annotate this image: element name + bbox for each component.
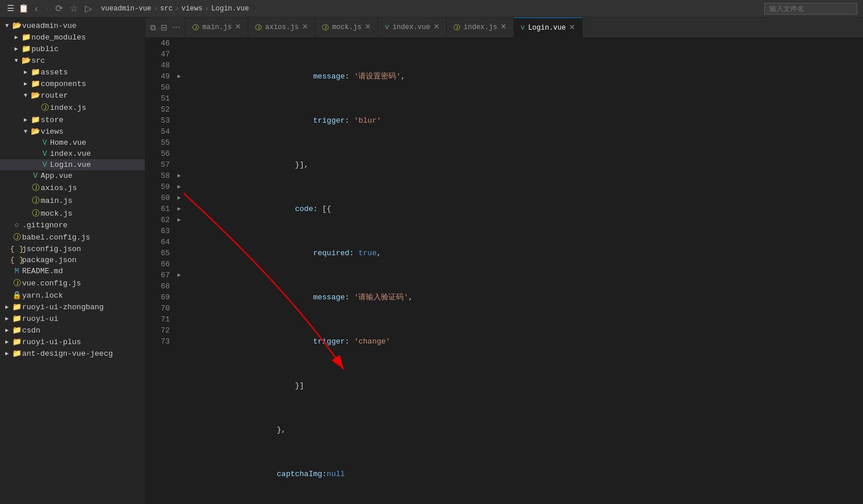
tab-main-js[interactable]: Ⓙ main.js × [186, 17, 248, 37]
main-layout: ▼ 📂 vueadmin-vue ▶ 📁 node_modules ▶ 📁 pu… [0, 17, 863, 504]
sidebar-item-app-vue[interactable]: V App.vue [0, 170, 145, 181]
nav-back-button[interactable]: ‹ [33, 2, 40, 15]
tab-label: index.js [463, 23, 497, 31]
arrow-icon: ▶ [12, 34, 21, 41]
code-editor[interactable]: 46 47 48 49 50 51 52 53 54 55 56 57 58 5… [145, 38, 863, 504]
sidebar-item-label: index.vue [50, 149, 91, 158]
layout-button[interactable]: ⊟ [159, 22, 169, 33]
breadcrumb-sep3: › [205, 5, 209, 13]
tab-close-icon[interactable]: × [501, 23, 507, 32]
folder-icon: 📁 [12, 337, 22, 346]
tab-label: index.vue [393, 23, 430, 31]
breadcrumb-file[interactable]: Login.vue [211, 5, 249, 13]
nav-forward-button[interactable]: › [42, 2, 50, 15]
sidebar-item-gitignore[interactable]: ○ .gitignore [0, 220, 145, 231]
sidebar-item-package-json[interactable]: { } package.json [0, 255, 145, 266]
sidebar-item-ruoyi-zhongbang[interactable]: ▶ 📁 ruoyi-ui-zhongbang [0, 301, 145, 313]
sidebar-item-public[interactable]: ▶ 📁 public [0, 43, 145, 55]
sidebar-item-label: App.vue [41, 171, 73, 180]
sidebar-item-babel-config[interactable]: Ⓙ babel.config.js [0, 231, 145, 244]
sidebar-item-label: ruoyi-ui [22, 314, 58, 323]
sidebar-item-label: node_modules [31, 33, 86, 42]
code-line-50: required: true, [186, 248, 854, 259]
sidebar-item-router-index[interactable]: Ⓙ index.js [0, 101, 145, 114]
sidebar-item-store[interactable]: ▶ 📁 store [0, 114, 145, 126]
js-file-icon: Ⓙ [30, 195, 41, 206]
more-button[interactable]: ⋯ [171, 22, 181, 33]
sidebar-item-login-vue[interactable]: V Login.vue [0, 159, 145, 170]
code-line-46: message: '请设置密码', [186, 71, 854, 82]
arrow-icon: ▶ [2, 327, 12, 334]
sidebar-item-yarn-lock[interactable]: 🔒 yarn.lock [0, 289, 145, 301]
sidebar-item-ant-design[interactable]: ▶ 📁 ant-design-vue-jeecg [0, 348, 145, 359]
folder-icon: 📁 [12, 349, 22, 358]
titlebar-search [764, 3, 857, 15]
menu-icon[interactable]: ☰ [6, 4, 15, 13]
tab-index-js[interactable]: Ⓙ index.js × [447, 17, 513, 37]
tab-close-icon[interactable]: × [365, 23, 371, 32]
sidebar-item-label: components [41, 80, 86, 88]
file-search-input[interactable] [764, 3, 857, 15]
sidebar-item-axios-js[interactable]: Ⓙ axios.js [0, 181, 145, 194]
code-line-52: trigger: 'change' [186, 336, 854, 347]
breadcrumb-views[interactable]: views [181, 5, 202, 13]
folder-open-icon: 📂 [30, 127, 41, 136]
folder-icon: 📁 [21, 44, 31, 53]
sidebar-item-label: yarn.lock [22, 291, 63, 300]
sidebar-item-readme[interactable]: M README.md [0, 266, 145, 277]
arrow-icon: ▼ [12, 58, 21, 64]
sidebar-item-node-modules[interactable]: ▶ 📁 node_modules [0, 31, 145, 43]
sidebar-item-label: router [41, 91, 68, 100]
sidebar-item-main-js[interactable]: Ⓙ main.js [0, 194, 145, 207]
tab-login-vue[interactable]: V Login.vue × [514, 17, 583, 37]
sidebar-item-src[interactable]: ▼ 📂 src [0, 55, 145, 66]
sidebar-item-mock-js[interactable]: Ⓙ mock.js [0, 207, 145, 220]
tab-axios-js[interactable]: Ⓙ axios.js × [248, 17, 315, 37]
sidebar-item-ruoyi-ui[interactable]: ▶ 📁 ruoyi-ui [0, 313, 145, 324]
sidebar-item-jsconfig-json[interactable]: { } jsconfig.json [0, 244, 145, 255]
tab-label: main.js [202, 23, 231, 31]
split-editor-button[interactable]: ⧉ [149, 22, 157, 34]
tab-mock-js[interactable]: Ⓙ mock.js × [315, 17, 378, 37]
js-tab-icon: Ⓙ [322, 23, 329, 32]
sidebar-item-index-vue[interactable]: V index.vue [0, 148, 145, 159]
tab-close-icon[interactable]: × [302, 23, 308, 32]
arrow-icon: ▼ [2, 23, 12, 29]
file-icon[interactable]: 📋 [19, 4, 28, 13]
vue-file-icon: V [40, 149, 50, 158]
folder-open-icon: 📂 [21, 56, 31, 65]
json-file-icon: { } [12, 256, 22, 264]
nav-play-button[interactable]: ▷ [83, 2, 94, 15]
tab-label: Login.vue [528, 24, 566, 32]
sidebar-item-views[interactable]: ▼ 📂 views [0, 126, 145, 137]
breadcrumb: vueadmin-vue › src › views › Login.vue [101, 5, 249, 13]
nav-star-button[interactable]: ☆ [67, 2, 80, 15]
tab-index-vue[interactable]: V index.vue × [378, 17, 447, 37]
sidebar-item-vue-config[interactable]: Ⓙ vue.config.js [0, 277, 145, 289]
code-line-54: }, [186, 424, 854, 435]
sidebar-item-vueadmin-vue[interactable]: ▼ 📂 vueadmin-vue [0, 20, 145, 31]
sidebar-item-components[interactable]: ▶ 📁 components [0, 78, 145, 90]
js-file-icon: Ⓙ [12, 232, 22, 242]
sidebar-item-csdn[interactable]: ▶ 📁 csdn [0, 324, 145, 336]
folder-open-icon: 📂 [12, 21, 22, 30]
sidebar-item-home-vue[interactable]: V Home.vue [0, 137, 145, 148]
folder-icon: 📁 [12, 326, 22, 335]
breadcrumb-src[interactable]: src [160, 5, 173, 13]
tab-close-icon[interactable]: × [569, 23, 575, 33]
code-content[interactable]: message: '请设置密码', trigger: 'blur' }], co… [184, 38, 863, 504]
sidebar-item-ruoyi-plus[interactable]: ▶ 📁 ruoyi-ui-plus [0, 336, 145, 348]
arrow-icon: ▶ [2, 315, 12, 322]
vue-tab-icon: V [385, 24, 389, 31]
tab-close-icon[interactable]: × [434, 23, 440, 32]
sidebar-item-router[interactable]: ▼ 📂 router [0, 90, 145, 101]
folder-icon: 📁 [12, 314, 22, 323]
sidebar-item-label: Login.vue [50, 160, 91, 169]
tab-label: axios.js [265, 23, 299, 31]
sidebar-item-assets[interactable]: ▶ 📁 assets [0, 66, 145, 78]
nav-refresh-button[interactable]: ⟳ [53, 2, 65, 15]
tab-close-icon[interactable]: × [235, 23, 241, 32]
breadcrumb-root[interactable]: vueadmin-vue [101, 5, 151, 13]
sidebar-item-label: Home.vue [50, 138, 86, 147]
sidebar-item-label: index.js [50, 103, 86, 112]
